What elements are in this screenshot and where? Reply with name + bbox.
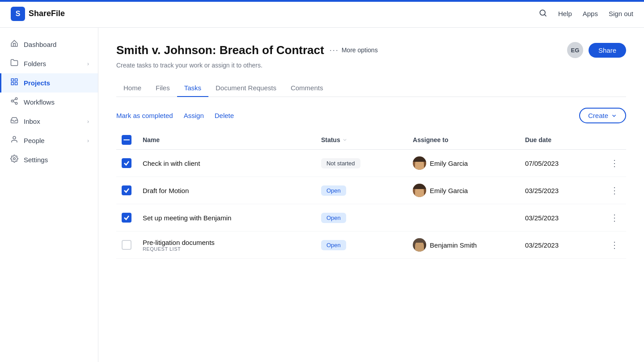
assign-button[interactable]: Assign	[184, 112, 204, 119]
sidebar-label-inbox: Inbox	[24, 118, 40, 125]
status-badge-2: Open	[321, 185, 346, 196]
row2-checkbox[interactable]	[122, 185, 131, 195]
sidebar-item-folders[interactable]: Folders ›	[0, 54, 98, 73]
select-all-checkbox[interactable]	[122, 135, 131, 145]
tab-home[interactable]: Home	[116, 80, 148, 97]
row4-checkbox[interactable]	[122, 240, 131, 250]
topnav-right: Help Apps Sign out	[538, 8, 633, 19]
sort-icon	[342, 137, 347, 143]
home-icon	[10, 39, 18, 50]
svg-line-1	[545, 15, 547, 17]
create-button[interactable]: Create	[579, 108, 626, 123]
task-name-2: Draft for Motion	[143, 187, 189, 194]
sidebar-label-projects: Projects	[24, 79, 50, 87]
svg-point-7	[11, 100, 13, 102]
svg-line-9	[13, 101, 15, 103]
row2-more-button[interactable]: ⋮	[608, 183, 621, 198]
people-icon	[10, 135, 18, 146]
logo-icon: S	[11, 7, 25, 21]
folder-icon	[10, 59, 18, 69]
tab-comments[interactable]: Comments	[284, 80, 330, 97]
sidebar: Dashboard Folders › Projects Workflows	[0, 28, 98, 273]
more-options-button[interactable]: ··· More options	[330, 46, 378, 55]
row3-more-button[interactable]: ⋮	[608, 210, 621, 225]
page-title: Smith v. Johnson: Breach of Contract	[116, 43, 324, 57]
apps-link[interactable]: Apps	[583, 10, 598, 17]
more-options-icon: ···	[330, 46, 339, 55]
share-button[interactable]: Share	[589, 43, 626, 58]
chevron-down-icon	[611, 113, 617, 119]
user-avatar: EG	[567, 42, 583, 58]
svg-rect-5	[15, 83, 17, 85]
col-header-status[interactable]: Status	[321, 136, 402, 143]
due-date-3: 03/25/2023	[525, 214, 559, 222]
page-subtitle: Create tasks to track your work or assig…	[116, 62, 626, 69]
page-header: Smith v. Johnson: Breach of Contract ···…	[116, 42, 626, 58]
checkmark-icon	[123, 160, 130, 166]
svg-rect-2	[11, 79, 13, 81]
table-row: Check in with client Not started Emily G…	[116, 150, 626, 177]
assignee-avatar-4	[413, 238, 426, 252]
svg-point-0	[540, 10, 545, 15]
search-button[interactable]	[538, 8, 547, 19]
main-content: Smith v. Johnson: Breach of Contract ···…	[98, 28, 644, 273]
assignee-avatar-1	[413, 156, 426, 170]
status-badge-4: Open	[321, 240, 346, 250]
inbox-icon	[10, 116, 18, 126]
svg-rect-3	[15, 79, 17, 81]
tab-files[interactable]: Files	[148, 80, 177, 97]
sidebar-item-workflows[interactable]: Workflows	[0, 93, 98, 112]
due-date-4: 03/25/2023	[525, 241, 559, 249]
table-row: Pre-litigation documents REQUEST LIST Op…	[116, 232, 626, 259]
top-blue-bar	[0, 0, 644, 2]
svg-point-12	[13, 158, 16, 160]
settings-icon	[10, 155, 18, 165]
row1-more-button[interactable]: ⋮	[608, 156, 621, 170]
sidebar-item-projects[interactable]: Projects	[0, 73, 98, 93]
projects-icon	[10, 78, 18, 88]
sidebar-label-people: People	[24, 137, 45, 144]
assignee-name-4: Benjamin Smith	[430, 241, 477, 249]
table-row: Set up meeting with Benjamin Open 03/25/…	[116, 204, 626, 232]
toolbar: Mark as completed Assign Delete Create	[116, 108, 626, 123]
sidebar-item-people[interactable]: People ›	[0, 131, 98, 150]
workflows-icon	[10, 97, 18, 107]
sidebar-item-inbox[interactable]: Inbox ›	[0, 112, 98, 131]
mark-completed-button[interactable]: Mark as completed	[116, 112, 173, 119]
sidebar-label-settings: Settings	[24, 156, 48, 164]
search-icon	[538, 8, 547, 17]
row1-checkbox[interactable]	[122, 158, 131, 168]
chevron-icon-people: ›	[87, 138, 89, 144]
table-row: Draft for Motion Open Emily Garcia 03/25…	[116, 177, 626, 204]
chevron-icon-folders: ›	[87, 61, 89, 67]
svg-point-11	[13, 136, 16, 139]
row3-checkbox[interactable]	[122, 213, 131, 223]
due-date-2: 03/25/2023	[525, 187, 559, 194]
due-date-1: 07/05/2023	[525, 160, 559, 167]
status-badge-1: Not started	[321, 158, 360, 168]
col-header-name: Name	[143, 136, 160, 143]
assignee-name-2: Emily Garcia	[430, 187, 468, 194]
svg-line-10	[13, 99, 15, 101]
tab-tasks[interactable]: Tasks	[177, 80, 208, 97]
checkmark-icon	[123, 215, 130, 221]
delete-button[interactable]: Delete	[215, 112, 234, 119]
task-table: Name Status Assignee to Due date	[116, 130, 626, 259]
svg-rect-4	[11, 83, 13, 85]
tabs: Home Files Tasks Document Requests Comme…	[116, 80, 626, 97]
sidebar-item-dashboard[interactable]: Dashboard	[0, 35, 98, 54]
topnav: S ShareFile Help Apps Sign out	[0, 0, 644, 28]
checkmark-icon	[123, 187, 130, 194]
sidebar-item-settings[interactable]: Settings	[0, 150, 98, 169]
sidebar-label-dashboard: Dashboard	[24, 41, 56, 48]
signout-link[interactable]: Sign out	[609, 10, 633, 17]
sidebar-label-folders: Folders	[24, 60, 46, 67]
assignee-name-1: Emily Garcia	[430, 160, 468, 167]
col-header-assignee: Assignee to	[413, 136, 448, 143]
status-badge-3: Open	[321, 213, 346, 223]
chevron-icon-inbox: ›	[87, 118, 89, 125]
help-link[interactable]: Help	[558, 10, 572, 17]
row4-more-button[interactable]: ⋮	[608, 238, 621, 252]
tab-document-requests[interactable]: Document Requests	[208, 80, 284, 97]
task-name-3: Set up meeting with Benjamin	[143, 214, 231, 222]
